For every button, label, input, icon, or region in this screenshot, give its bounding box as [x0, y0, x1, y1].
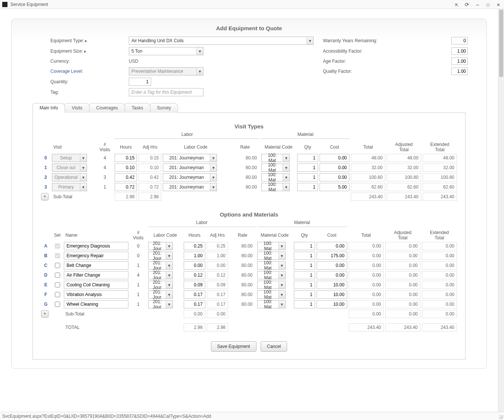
- qty-input[interactable]: [294, 242, 315, 250]
- pin-icon[interactable]: ⇱: [453, 1, 460, 7]
- material-code-select[interactable]: 100: Mat▼: [257, 261, 286, 270]
- options-table: Labor Material Sel Name # Visits Labor C…: [40, 219, 458, 332]
- labor-code-select[interactable]: 201: Jour▼: [148, 261, 173, 270]
- option-name-input[interactable]: [64, 242, 128, 250]
- qty-input[interactable]: [294, 261, 315, 270]
- option-name-input[interactable]: [64, 290, 128, 299]
- tab-main-info[interactable]: Main Info: [32, 103, 65, 113]
- tab-tasks[interactable]: Tasks: [125, 103, 150, 113]
- qty-input[interactable]: [294, 281, 315, 289]
- tab-visits[interactable]: Visits: [65, 103, 89, 113]
- qty-input[interactable]: [294, 271, 315, 279]
- maximize-icon[interactable]: ☐: [485, 1, 491, 7]
- tab-coverages[interactable]: Coverages: [89, 103, 125, 113]
- close-icon[interactable]: ✕: [495, 1, 502, 7]
- add-visit-button[interactable]: +: [41, 193, 49, 200]
- material-code-select[interactable]: 100: Mat▼: [257, 242, 286, 250]
- material-code-select[interactable]: 100: Mat▼: [261, 154, 290, 162]
- material-code-select[interactable]: 100: Mat▼: [257, 252, 286, 260]
- cost-input[interactable]: [317, 261, 347, 270]
- tab-survey[interactable]: Survey: [150, 103, 178, 113]
- option-name-input[interactable]: [64, 261, 128, 270]
- cost-input[interactable]: [320, 154, 349, 162]
- vertical-scrollbar[interactable]: [498, 9, 504, 412]
- hours-input[interactable]: [184, 242, 205, 250]
- cancel-button[interactable]: Cancel: [261, 341, 287, 352]
- option-name-input[interactable]: [64, 300, 128, 308]
- qty-input[interactable]: [294, 300, 315, 308]
- cost-input[interactable]: [317, 242, 347, 250]
- labor-code-select[interactable]: 201: Journeyman▼: [163, 183, 217, 191]
- hours-input[interactable]: [184, 290, 205, 299]
- cost-input[interactable]: [317, 290, 347, 299]
- labor-code-select[interactable]: 201: Jour▼: [148, 290, 173, 299]
- rate-value: 80.00: [230, 243, 256, 249]
- labor-code-select[interactable]: 201: Journeyman▼: [163, 164, 217, 172]
- select-checkbox[interactable]: [55, 263, 60, 268]
- material-code-select[interactable]: 100: Mat▼: [257, 300, 286, 308]
- rate-value: 80.00: [230, 253, 256, 258]
- labor-code-select[interactable]: 201: Jour▼: [148, 281, 173, 289]
- col-hours-2: Hours: [183, 229, 206, 241]
- labor-code-select[interactable]: 201: Journeyman▼: [163, 154, 217, 162]
- hours-input[interactable]: [184, 281, 205, 289]
- cost-input[interactable]: [320, 173, 349, 181]
- select-checkbox[interactable]: [55, 292, 60, 297]
- refresh-icon[interactable]: ⟳: [464, 1, 470, 7]
- material-code-select[interactable]: 100: Mat▼: [257, 281, 286, 289]
- cost-input[interactable]: [317, 252, 347, 260]
- option-name-input[interactable]: [64, 271, 128, 279]
- add-option-button[interactable]: +: [41, 310, 49, 318]
- accessibility-input[interactable]: [451, 47, 468, 55]
- select-checkbox[interactable]: [55, 282, 60, 287]
- equipment-type-select[interactable]: Air Handling Unit DX Coils▼: [129, 37, 314, 45]
- cost-input[interactable]: [317, 271, 347, 279]
- qty-input[interactable]: [297, 173, 318, 181]
- hours-input[interactable]: [184, 271, 205, 279]
- material-code-select[interactable]: 100: Mat▼: [261, 164, 290, 172]
- qty-input[interactable]: [294, 290, 315, 299]
- hours-input[interactable]: [115, 164, 137, 172]
- labor-code-select[interactable]: 201: Journeyman▼: [163, 173, 217, 181]
- option-name-input[interactable]: [64, 252, 128, 260]
- save-equipment-button[interactable]: Save Equipment: [211, 341, 256, 352]
- cost-input[interactable]: [317, 281, 347, 289]
- hours-input[interactable]: [115, 154, 137, 162]
- select-checkbox[interactable]: [55, 302, 60, 307]
- labor-code-select[interactable]: 201: Jour▼: [148, 300, 173, 308]
- hours-input[interactable]: [184, 300, 205, 308]
- hours-input[interactable]: [115, 183, 137, 191]
- cost-input[interactable]: [317, 300, 347, 308]
- material-code-select[interactable]: 100: Mat▼: [257, 271, 286, 279]
- hours-input[interactable]: [184, 261, 205, 270]
- warranty-input[interactable]: [451, 37, 468, 44]
- hours-input[interactable]: [115, 173, 137, 181]
- labor-code-select[interactable]: 201: Jour▼: [148, 252, 173, 260]
- material-code-select[interactable]: 100: Mat▼: [257, 290, 286, 299]
- age-input[interactable]: [451, 57, 468, 65]
- chevron-down-icon: ▼: [283, 183, 289, 191]
- labor-code-select[interactable]: 201: Jour▼: [148, 242, 173, 250]
- hours-input[interactable]: [184, 252, 205, 260]
- tag-input[interactable]: [129, 88, 203, 96]
- material-code-select[interactable]: 100: Mat▼: [261, 183, 290, 191]
- qty-input[interactable]: [297, 164, 318, 172]
- coverage-level-label[interactable]: Coverage Level:: [50, 69, 129, 74]
- qty-input[interactable]: [294, 252, 315, 260]
- quality-input[interactable]: [451, 68, 468, 75]
- qty-input[interactable]: [297, 183, 318, 191]
- statusbar-text: SvcEquipment.aspx?EstEqID=0&LIID=3857919…: [2, 414, 211, 419]
- option-name-input[interactable]: [64, 281, 128, 289]
- total-out: [351, 173, 385, 181]
- resize-handle-icon[interactable]: [499, 415, 503, 419]
- material-code-select[interactable]: 100: Mat▼: [261, 173, 290, 181]
- cost-input[interactable]: [320, 183, 349, 191]
- scrollbar-thumb[interactable]: [499, 10, 503, 77]
- minimize-icon[interactable]: —: [474, 1, 481, 7]
- labor-code-select[interactable]: 201: Jour▼: [148, 271, 173, 279]
- select-checkbox[interactable]: [55, 273, 60, 278]
- equipment-size-select[interactable]: 5 Ton▼: [129, 47, 203, 55]
- qty-input[interactable]: [297, 154, 318, 162]
- cost-input[interactable]: [320, 164, 349, 172]
- quantity-input[interactable]: [129, 78, 151, 86]
